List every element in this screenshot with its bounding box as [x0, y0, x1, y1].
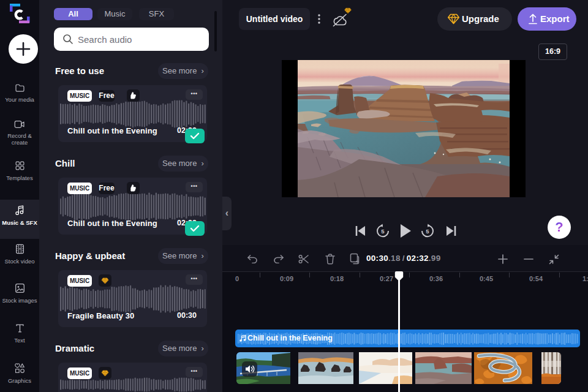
svg-text:5: 5: [381, 228, 385, 235]
svg-text:5: 5: [426, 228, 429, 235]
